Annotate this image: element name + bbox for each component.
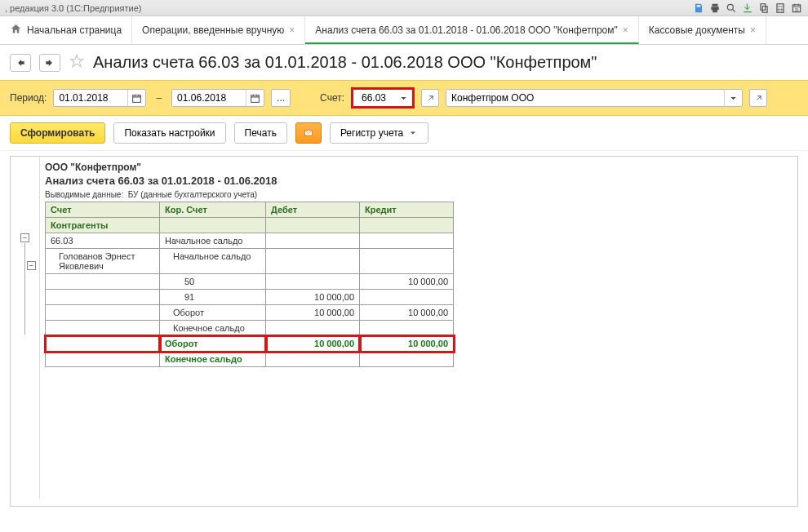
- calculator-icon[interactable]: [774, 2, 787, 15]
- favorite-star-icon[interactable]: [69, 53, 85, 72]
- search-icon[interactable]: [725, 2, 738, 15]
- save-icon[interactable]: [692, 2, 705, 15]
- table-row[interactable]: 66.03 Начальное сальдо: [46, 233, 454, 249]
- tab-cash-docs[interactable]: Кассовые документы ×: [639, 16, 766, 44]
- date-to-input[interactable]: [172, 90, 246, 106]
- tab-analysis-label: Анализ счета 66.03 за 01.01.2018 - 01.06…: [315, 24, 617, 36]
- period-label: Период:: [10, 92, 47, 104]
- table-header-row: Счет Кор. Счет Дебет Кредит: [46, 202, 454, 218]
- company-input-group: [446, 89, 743, 107]
- cell-debit: 10 000,00: [266, 305, 360, 321]
- date-from-input[interactable]: [54, 90, 127, 106]
- svg-rect-6: [133, 95, 141, 102]
- cell-credit: 10 000,00: [360, 274, 454, 290]
- cell-start-balance: Начальное сальдо: [160, 233, 266, 249]
- collapse-box-icon[interactable]: −: [27, 261, 36, 270]
- dropdown-icon[interactable]: [394, 90, 412, 106]
- show-settings-button[interactable]: Показать настройки: [113, 122, 225, 144]
- report-table: Счет Кор. Счет Дебет Кредит Контрагенты …: [45, 202, 454, 367]
- cell-counterparty: Голованов Эрнест Яковлевич: [46, 249, 160, 274]
- report-company: ООО "Конфетпром": [45, 162, 792, 173]
- table-row[interactable]: Конечное сальдо: [46, 352, 454, 367]
- action-toolbar: Сформировать Показать настройки Печать Р…: [0, 116, 808, 151]
- table-subheader-row: Контрагенты: [46, 218, 454, 233]
- cell-start-balance: Начальное сальдо: [160, 249, 266, 274]
- report-content: ООО "Конфетпром" Анализ счета 66.03 за 0…: [40, 157, 797, 499]
- period-picker-button[interactable]: ...: [271, 89, 291, 107]
- table-row[interactable]: 91 10 000,00: [46, 290, 454, 305]
- svg-text:31: 31: [795, 7, 800, 11]
- cell-end-balance: Конечное сальдо: [160, 321, 266, 336]
- table-row[interactable]: Оборот 10 000,00 10 000,00: [46, 305, 454, 321]
- table-row[interactable]: 50 10 000,00: [46, 274, 454, 290]
- col-counterparty: Контрагенты: [46, 218, 160, 233]
- back-button[interactable]: [10, 54, 31, 72]
- tree-gutter: − −: [11, 157, 40, 499]
- cell-credit: 10 000,00: [360, 305, 454, 321]
- register-button[interactable]: Регистр учета: [330, 122, 428, 144]
- close-icon[interactable]: ×: [289, 24, 295, 36]
- table-row[interactable]: Голованов Эрнест Яковлевич Начальное сал…: [46, 249, 454, 274]
- close-icon[interactable]: ×: [623, 24, 628, 36]
- company-open-button[interactable]: [749, 89, 767, 107]
- cell-total-turnover-label: Оборот: [160, 336, 266, 352]
- svg-rect-3: [777, 3, 784, 12]
- calendar-icon[interactable]: [127, 90, 145, 106]
- tab-home[interactable]: Начальная страница: [0, 16, 132, 44]
- table-row[interactable]: Конечное сальдо: [46, 321, 454, 336]
- header-row: Анализ счета 66.03 за 01.01.2018 - 01.06…: [0, 45, 808, 80]
- window-titlebar: , редакция 3.0 (1С:Предприятие) 31: [0, 0, 808, 16]
- account-input-group: [351, 87, 415, 109]
- filter-bar: Период: – ... Счет:: [0, 80, 808, 116]
- cell-total-credit: 10 000,00: [360, 336, 454, 352]
- cell-total-debit: 10 000,00: [266, 336, 360, 352]
- svg-rect-7: [251, 95, 260, 102]
- calendar-icon[interactable]: [246, 90, 264, 106]
- generate-button[interactable]: Сформировать: [10, 122, 105, 144]
- dropdown-icon[interactable]: [724, 90, 742, 106]
- table-row-total-turnover[interactable]: Оборот 10 000,00 10 000,00: [46, 336, 454, 352]
- svg-point-0: [727, 4, 733, 10]
- date-from-group: [53, 89, 146, 107]
- cell-koracct: 91: [160, 290, 266, 305]
- copy-icon[interactable]: [757, 2, 770, 15]
- tab-bar: Начальная страница Операции, введенные в…: [0, 16, 808, 45]
- home-icon: [10, 23, 22, 38]
- download-icon[interactable]: [741, 2, 754, 15]
- account-open-button[interactable]: [421, 89, 439, 107]
- report-title: Анализ счета 66.03 за 01.01.2018 - 01.06…: [45, 175, 792, 187]
- col-koracct: Кор. Счет: [160, 202, 266, 218]
- dash: –: [156, 92, 162, 104]
- svg-rect-2: [762, 6, 767, 12]
- page-title: Анализ счета 66.03 за 01.01.2018 - 01.06…: [93, 53, 597, 72]
- forward-button[interactable]: [39, 54, 60, 72]
- cell-account-num: 66.03: [46, 233, 160, 249]
- print-button[interactable]: Печать: [234, 122, 287, 144]
- tab-home-label: Начальная страница: [27, 24, 122, 36]
- account-input[interactable]: [353, 90, 394, 106]
- tab-analysis[interactable]: Анализ счета 66.03 за 01.01.2018 - 01.06…: [305, 16, 639, 44]
- date-to-group: [171, 89, 264, 107]
- mail-button[interactable]: [295, 122, 322, 144]
- cell-turnover-label: Оборот: [160, 305, 266, 321]
- close-icon[interactable]: ×: [750, 24, 756, 36]
- cell-end-balance-total: Конечное сальдо: [160, 352, 266, 367]
- company-input[interactable]: [446, 90, 724, 106]
- svg-rect-1: [761, 3, 766, 10]
- collapse-box-icon[interactable]: −: [20, 233, 29, 242]
- col-debit: Дебет: [266, 202, 360, 218]
- tree-line: [24, 243, 25, 335]
- app-title: , редакция 3.0 (1С:Предприятие): [5, 3, 142, 13]
- tab-cash-label: Кассовые документы: [649, 24, 745, 36]
- cell-koracct: 50: [160, 274, 266, 290]
- cell-debit: 10 000,00: [266, 290, 360, 305]
- calendar-icon[interactable]: 31: [790, 2, 803, 15]
- tab-operations-label: Операции, введенные вручную: [142, 24, 284, 36]
- account-label: Счет:: [320, 92, 344, 104]
- tab-operations[interactable]: Операции, введенные вручную ×: [132, 16, 305, 44]
- data-note: Выводимые данные: БУ (данные бухгалтерск…: [45, 190, 792, 199]
- col-credit: Кредит: [360, 202, 454, 218]
- print-icon[interactable]: [708, 2, 721, 15]
- col-account: Счет: [46, 202, 160, 218]
- report-area: − − ООО "Конфетпром" Анализ счета 66.03 …: [10, 156, 798, 507]
